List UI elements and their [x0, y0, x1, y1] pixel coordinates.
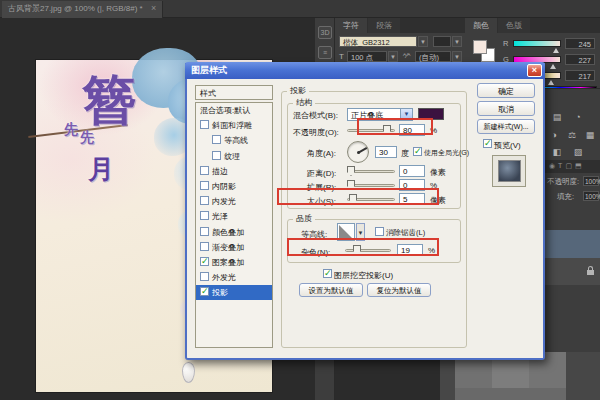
font-size-dropdown-icon[interactable]: ▼ [388, 51, 398, 62]
pattern-fill-icon[interactable]: ▨ [571, 146, 585, 158]
layer-filter-row: ◉T▢⬒ [545, 160, 600, 173]
b-slider-thumb[interactable] [548, 80, 554, 85]
angle-field[interactable]: 30 [375, 146, 397, 158]
g-value-field[interactable]: 227 [565, 54, 595, 65]
r-slider[interactable] [513, 40, 561, 47]
style-item-bevel-emboss[interactable]: 斜面和浮雕 [196, 118, 272, 133]
font-family-field[interactable]: 楷体_GB2312 [339, 36, 417, 47]
style-item-gradient-overlay[interactable]: 渐变叠加 [196, 240, 272, 255]
balance-adjustment-icon[interactable]: ⚖ [565, 129, 579, 141]
curves-adjustment-icon[interactable]: ◔ [571, 111, 585, 123]
hue-adjustment-icon[interactable]: ◑ [547, 129, 561, 141]
styles-header-box: 样式 [195, 85, 273, 100]
document-title: 古风背景27.jpg @ 100% (|, RGB/8#) * [8, 4, 143, 13]
pixel-filter-icon[interactable]: ◉ [549, 162, 558, 169]
style-item-blending-options[interactable]: 混合选项:默认 [196, 103, 272, 118]
color-panel-tabs: 颜色 色版 [465, 18, 600, 33]
leading-icon: ᴬ⁄ᴬ [403, 52, 411, 59]
distance-slider[interactable] [347, 166, 395, 177]
levels-adjustment-icon[interactable]: ▤ [550, 111, 564, 123]
dialog-close-button[interactable]: × [527, 64, 542, 77]
antialias-label: 消除锯齿(L) [386, 228, 425, 238]
global-light-checkbox[interactable] [413, 147, 422, 156]
ok-button[interactable]: 确定 [477, 83, 535, 98]
color-overlay-checkbox[interactable] [200, 227, 209, 236]
angle-dial[interactable] [347, 141, 369, 163]
structure-group-label: 结构 [293, 97, 315, 108]
font-size-icon: T [339, 52, 344, 61]
style-item-inner-glow[interactable]: 内发光 [196, 194, 272, 209]
style-item-texture[interactable]: 纹理 [196, 149, 272, 164]
gradient-overlay-checkbox[interactable] [200, 242, 209, 251]
photoshop-window: 古风背景27.jpg @ 100% (|, RGB/8#) * × 簪 先 先 … [0, 0, 600, 400]
satin-checkbox[interactable] [200, 211, 209, 220]
g-slider-thumb[interactable] [550, 64, 556, 69]
style-item-contour[interactable]: 等高线 [196, 133, 272, 148]
leading-field[interactable]: (自动) [415, 51, 451, 62]
distance-unit: 像素 [430, 167, 446, 178]
tab-paragraph[interactable]: 段落 [368, 18, 400, 33]
annotation-box-noise [287, 238, 439, 256]
texture-checkbox[interactable] [212, 151, 221, 160]
r-value-field[interactable]: 245 [565, 38, 595, 49]
style-preview-thumbnail [492, 155, 526, 187]
distance-slider-thumb[interactable] [347, 166, 355, 176]
knockout-checkbox[interactable] [323, 269, 332, 278]
font-style-dropdown-icon[interactable]: ▼ [452, 36, 462, 47]
set-default-button[interactable]: 设置为默认值 [299, 283, 363, 297]
style-item-satin[interactable]: 光泽 [196, 209, 272, 224]
character-panel: 字符 段落 楷体_GB2312 ▼ ▼ T 100 点 ▼ ᴬ⁄ᴬ (自动) ▼ [335, 18, 465, 64]
tab-swatches[interactable]: 色版 [498, 18, 530, 33]
drop-shadow-checkbox[interactable] [200, 287, 209, 296]
art-character-main: 簪 [82, 72, 136, 126]
font-family-dropdown-icon[interactable]: ▼ [418, 36, 428, 47]
contour-checkbox[interactable] [212, 135, 221, 144]
art-character-bottom: 月 [88, 156, 114, 182]
annotation-box-opacity [357, 118, 433, 135]
document-tab[interactable]: 古风背景27.jpg @ 100% (|, RGB/8#) * × [2, 1, 163, 18]
teardrop-ornament [182, 362, 195, 383]
leading-dropdown-icon[interactable]: ▼ [452, 51, 462, 62]
style-item-outer-glow[interactable]: 外发光 [196, 270, 272, 285]
cancel-button[interactable]: 取消 [477, 101, 535, 116]
b-value-field[interactable]: 217 [565, 70, 595, 81]
antialias-checkbox[interactable] [375, 227, 384, 236]
panel-icon-clone[interactable]: ≡ [318, 46, 332, 59]
layer-opacity-field[interactable]: 100% [583, 176, 599, 186]
panel-icon-brush[interactable]: 3D [318, 26, 332, 39]
outer-glow-checkbox[interactable] [200, 272, 209, 281]
gradient-map-icon[interactable]: ◧ [550, 146, 564, 158]
r-slider-thumb[interactable] [553, 48, 559, 53]
selected-layer-row[interactable] [545, 230, 600, 258]
shape-filter-icon[interactable]: ▢ [565, 162, 575, 169]
preview-checkbox[interactable] [483, 139, 492, 148]
dialog-titlebar[interactable]: 图层样式 × [185, 62, 545, 79]
art-character-small-2: 先 [80, 130, 94, 144]
stroke-checkbox[interactable] [200, 166, 209, 175]
bevel-emboss-checkbox[interactable] [200, 120, 209, 129]
font-size-field[interactable]: 100 点 [347, 51, 387, 62]
font-style-field[interactable] [433, 36, 451, 47]
foreground-color-swatch[interactable] [473, 40, 487, 54]
character-panel-tabs: 字符 段落 [335, 18, 465, 33]
inner-shadow-checkbox[interactable] [200, 181, 209, 190]
tab-close-icon[interactable]: × [151, 3, 156, 13]
style-item-stroke[interactable]: 描边 [196, 164, 272, 179]
layer-row[interactable] [545, 258, 600, 285]
tab-color[interactable]: 颜色 [465, 18, 497, 33]
style-item-color-overlay[interactable]: 颜色叠加 [196, 225, 272, 240]
inner-glow-checkbox[interactable] [200, 196, 209, 205]
channel-mixer-icon[interactable]: ▦ [583, 129, 597, 141]
pattern-overlay-checkbox[interactable] [200, 257, 209, 266]
style-item-pattern-overlay[interactable]: 图案叠加 [196, 255, 272, 270]
smart-filter-icon[interactable]: ⬒ [575, 162, 585, 169]
style-item-drop-shadow[interactable]: 投影 [196, 285, 272, 300]
art-character-small-1: 先 [64, 122, 78, 136]
layer-fill-field[interactable]: 100% [583, 191, 599, 201]
quality-group-label: 品质 [293, 213, 315, 224]
reset-default-button[interactable]: 复位为默认值 [367, 283, 431, 297]
style-item-inner-shadow[interactable]: 内阴影 [196, 179, 272, 194]
tab-character[interactable]: 字符 [335, 18, 367, 33]
new-style-button[interactable]: 新建样式(W)... [477, 119, 535, 134]
distance-field[interactable]: 0 [399, 165, 425, 177]
